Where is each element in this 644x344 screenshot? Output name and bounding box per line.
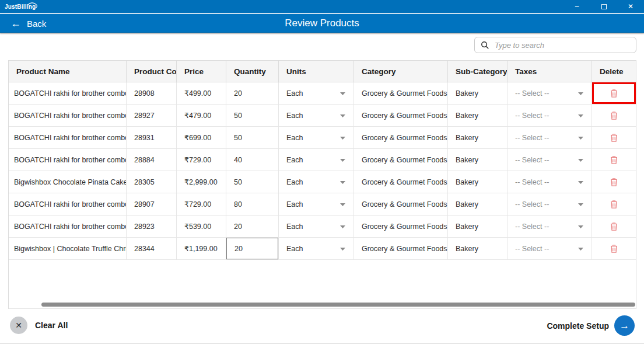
category-cell: Grocery & Gourmet Foods <box>354 149 448 171</box>
trash-icon <box>610 222 618 231</box>
search-box[interactable] <box>474 37 636 53</box>
quantity-cell[interactable]: 20 <box>226 216 279 237</box>
delete-button[interactable] <box>592 105 636 126</box>
category-cell-text: Grocery & Gourmet Foods <box>362 156 447 164</box>
chevron-down-icon <box>340 181 345 184</box>
horizontal-scrollbar[interactable] <box>41 303 635 307</box>
product-name-cell-text: BOGATCHI rakhi for brother combo wi... <box>14 200 127 209</box>
quantity-cell-text: 20 <box>234 223 242 231</box>
chevron-down-icon <box>578 159 583 162</box>
arrow-right-icon: → <box>620 320 629 332</box>
product-code-cell-text: 28884 <box>134 156 155 164</box>
maximize-button[interactable] <box>590 0 617 13</box>
delete-button[interactable] <box>592 171 636 193</box>
quantity-cell[interactable]: 50 <box>226 171 279 193</box>
units-select[interactable]: Each <box>279 238 354 259</box>
delete-button[interactable] <box>592 127 636 148</box>
search-input[interactable] <box>495 41 630 50</box>
chevron-down-icon <box>578 248 583 251</box>
taxes-select[interactable]: -- Select -- <box>508 105 592 126</box>
subcategory-cell-text: Bakery <box>456 178 478 186</box>
units-select[interactable]: Each <box>279 149 354 171</box>
trash-icon <box>610 133 618 143</box>
app-logo: JustBilling <box>5 4 36 10</box>
quantity-cell[interactable]: 20 <box>226 238 279 259</box>
chevron-down-icon <box>578 225 583 228</box>
subcategory-cell: Bakery <box>448 216 508 237</box>
product-code-cell: 28884 <box>127 149 177 171</box>
units-select-text: Each <box>286 156 303 164</box>
taxes-select[interactable]: -- Select -- <box>508 149 592 171</box>
category-cell-text: Grocery & Gourmet Foods <box>362 89 447 98</box>
delete-button[interactable] <box>592 82 636 104</box>
products-table: Product Name Product Code Price Quantity… <box>8 60 636 309</box>
column-header-delete: Delete <box>592 61 636 82</box>
quantity-cell-text: 40 <box>234 156 242 164</box>
quantity-cell[interactable]: 20 <box>226 82 279 104</box>
chevron-down-icon <box>578 203 583 206</box>
quantity-cell[interactable]: 50 <box>226 127 279 148</box>
table-row: BOGATCHI rakhi for brother combo wi...28… <box>9 127 636 149</box>
minimize-button[interactable]: – <box>564 0 590 13</box>
taxes-select[interactable]: -- Select -- <box>508 171 592 193</box>
taxes-select[interactable]: -- Select -- <box>508 82 592 104</box>
category-cell: Grocery & Gourmet Foods <box>354 216 448 237</box>
close-button[interactable]: ✕ <box>617 0 644 13</box>
complete-setup-button[interactable]: Complete Setup → <box>547 315 635 336</box>
chevron-down-icon <box>340 203 345 206</box>
taxes-select[interactable]: -- Select -- <box>508 216 592 237</box>
product-name-cell-text: Bigwishbox Chocolate Pinata Cake 1 K... <box>14 178 127 186</box>
product-name-cell: BOGATCHI rakhi for brother combo wi... <box>9 216 127 237</box>
close-icon: ✕ <box>628 2 634 11</box>
column-header-category: Category <box>354 61 448 82</box>
table-row: BOGATCHI rakhi for brother combo wi...28… <box>9 193 636 216</box>
units-select-text: Each <box>286 178 303 186</box>
price-cell-text: ₹499.00 <box>184 89 211 98</box>
units-select[interactable]: Each <box>279 82 354 104</box>
subcategory-cell-text: Bakery <box>456 134 478 142</box>
table-row: BOGATCHI rakhi for brother combo wi...28… <box>9 216 636 238</box>
quantity-cell[interactable]: 80 <box>226 193 279 215</box>
complete-setup-label: Complete Setup <box>547 321 609 331</box>
subcategory-cell: Bakery <box>448 238 508 259</box>
quantity-cell[interactable]: 50 <box>226 105 279 126</box>
quantity-input[interactable]: 20 <box>226 238 278 259</box>
clear-all-button[interactable]: ✕ Clear All <box>10 317 68 334</box>
window-controls: – ✕ <box>564 0 644 13</box>
product-name-cell-text: BOGATCHI rakhi for brother combo wi... <box>14 223 127 231</box>
taxes-select[interactable]: -- Select -- <box>508 238 592 259</box>
product-code-cell: 28927 <box>127 105 177 126</box>
units-select-text: Each <box>286 89 303 98</box>
price-cell-text: ₹2,999.00 <box>184 178 218 186</box>
delete-button[interactable] <box>592 216 636 237</box>
product-name-cell: BOGATCHI rakhi for brother combo wi... <box>9 149 127 171</box>
product-code-cell-text: 28923 <box>134 223 155 231</box>
product-name-cell-text: BOGATCHI rakhi for brother combo wi... <box>14 156 127 164</box>
chevron-down-icon <box>578 92 583 95</box>
category-cell: Grocery & Gourmet Foods <box>354 105 448 126</box>
units-select[interactable]: Each <box>279 171 354 193</box>
taxes-select[interactable]: -- Select -- <box>508 127 592 148</box>
units-select[interactable]: Each <box>279 216 354 237</box>
taxes-select-text: -- Select -- <box>515 245 549 253</box>
delete-button[interactable] <box>592 149 636 171</box>
units-select[interactable]: Each <box>279 127 354 148</box>
price-cell: ₹499.00 <box>177 82 226 104</box>
product-code-cell-text: 28927 <box>134 112 155 120</box>
category-cell-text: Grocery & Gourmet Foods <box>362 245 447 253</box>
table-header-row: Product Name Product Code Price Quantity… <box>9 60 636 82</box>
taxes-select-text: -- Select -- <box>515 112 549 120</box>
product-name-cell: BOGATCHI rakhi for brother combo wi... <box>9 193 127 215</box>
delete-button[interactable] <box>592 238 636 259</box>
units-select-text: Each <box>286 112 303 120</box>
chevron-down-icon <box>340 159 345 162</box>
quantity-cell[interactable]: 40 <box>226 149 279 171</box>
product-name-cell: Bigwishbox Chocolate Pinata Cake 1 K... <box>9 171 127 193</box>
category-cell: Grocery & Gourmet Foods <box>354 82 448 104</box>
units-select[interactable]: Each <box>279 193 354 215</box>
units-select[interactable]: Each <box>279 105 354 126</box>
table-row: Bigwishbox | Chocolate Truffle Christm..… <box>9 238 636 260</box>
taxes-select[interactable]: -- Select -- <box>508 193 592 215</box>
nav-header: ← Back Review Products <box>0 14 644 33</box>
delete-button[interactable] <box>592 193 636 215</box>
